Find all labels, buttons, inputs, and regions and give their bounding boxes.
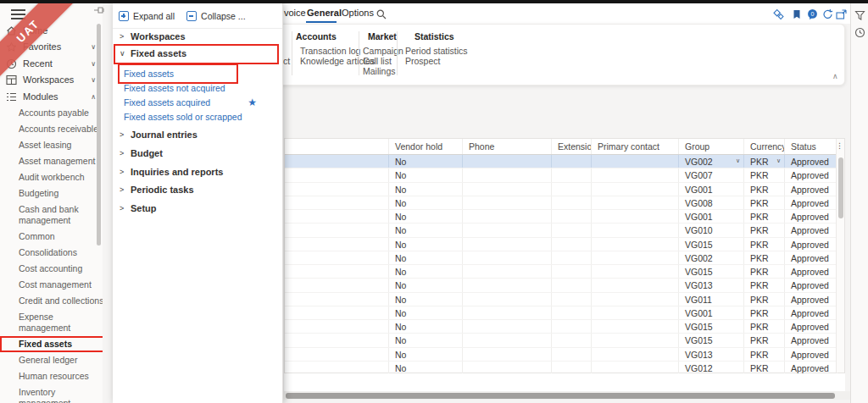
search-icon[interactable] [376, 9, 387, 19]
table-row[interactable]: NoVG001PKRApproved [285, 306, 844, 320]
cell-status[interactable]: Approved [785, 251, 837, 264]
cell-blank[interactable] [285, 224, 389, 236]
sidebar-module-credit-and-collections[interactable]: Credit and collections [0, 293, 103, 309]
cell-blank[interactable] [285, 293, 389, 306]
cell-vendor-hold[interactable]: No [389, 306, 463, 319]
sidebar-module-cash-and-bank-management[interactable]: Cash and bank management [0, 202, 103, 229]
tree-node-journal-entries[interactable]: > Journal entries [113, 128, 282, 141]
dropdown-chevron-icon[interactable]: ∨ [776, 157, 781, 164]
col-header-group[interactable]: Group [679, 139, 744, 154]
cell-primary-contact[interactable] [592, 183, 679, 196]
sidebar-module-expense-management[interactable]: Expense management [0, 309, 103, 336]
table-row[interactable]: NoVG013PKRApproved [285, 348, 844, 362]
cell-currency[interactable]: PKR [744, 320, 785, 333]
cell-status[interactable]: Approved [785, 196, 837, 209]
cell-phone[interactable] [463, 279, 552, 291]
tab-options[interactable]: Options [342, 8, 374, 18]
tree-link-fixed-assets[interactable]: Fixed assets [113, 67, 282, 80]
cell-extension[interactable] [552, 168, 592, 181]
tree-link-fixed-assets-not-acquired[interactable]: Fixed assets not acquired [113, 81, 282, 95]
table-row[interactable]: NoVG010PKRApproved [285, 224, 844, 237]
cell-status[interactable]: Approved [785, 306, 837, 319]
sidebar-module-cost-management[interactable]: Cost management [0, 277, 103, 293]
ribbon-item-call-list[interactable]: Call list [363, 56, 392, 66]
cell-currency[interactable]: PKR [744, 306, 785, 319]
messages-icon[interactable]: 0 [806, 8, 819, 20]
col-header-blank[interactable] [285, 139, 389, 154]
cell-status[interactable]: Approved [785, 362, 837, 374]
cell-currency[interactable]: PKR [744, 334, 785, 346]
table-row[interactable]: NoVG008PKRApproved [285, 196, 844, 210]
cell-status[interactable]: Approved [785, 183, 837, 196]
cell-group[interactable]: VG013 [679, 348, 744, 361]
cell-status[interactable]: Approved [785, 348, 837, 361]
table-row[interactable]: NoVG002∨PKR∨Approved [285, 155, 844, 168]
table-row[interactable]: NoVG013PKRApproved [285, 279, 844, 292]
cell-vendor-hold[interactable]: No [389, 224, 463, 236]
sidebar-item-modules[interactable]: Modules ∧ [0, 89, 103, 104]
pin-icon[interactable] [93, 5, 105, 15]
cell-phone[interactable] [463, 224, 552, 236]
ribbon-item-period-statistics[interactable]: Period statistics [405, 46, 468, 56]
cell-extension[interactable] [552, 210, 592, 223]
cell-phone[interactable] [463, 251, 552, 264]
tree-node-workspaces[interactable]: > Workspaces [113, 30, 282, 43]
cell-phone[interactable] [463, 265, 552, 278]
col-header-status[interactable]: Status [785, 139, 837, 154]
chevron-down-icon[interactable]: ∨ [91, 43, 96, 51]
cell-currency[interactable]: PKR [744, 168, 785, 181]
cell-primary-contact[interactable] [592, 293, 679, 306]
cell-vendor-hold[interactable]: No [389, 238, 463, 251]
cell-primary-contact[interactable] [592, 168, 679, 181]
col-header-vendor-hold[interactable]: Vendor hold [389, 139, 463, 154]
cell-status[interactable]: Approved [785, 334, 837, 346]
cell-vendor-hold[interactable]: No [389, 210, 463, 223]
grid-options-kebab-icon[interactable]: ⋮ [836, 141, 843, 150]
col-header-phone[interactable]: Phone [463, 139, 552, 154]
cell-phone[interactable] [463, 238, 552, 251]
cell-extension[interactable] [552, 306, 592, 319]
cell-currency[interactable]: PKR∨ [744, 155, 785, 168]
tree-node-fixed-assets[interactable]: ∨ Fixed assets [113, 47, 282, 60]
cell-status[interactable]: Approved [785, 224, 837, 236]
cell-blank[interactable] [285, 279, 389, 291]
cell-blank[interactable] [285, 183, 389, 196]
tree-node-periodic-tasks[interactable]: > Periodic tasks [113, 183, 282, 196]
cell-group[interactable]: VG008 [679, 196, 744, 209]
cell-blank[interactable] [285, 362, 389, 374]
tree-link-fixed-assets-sold-or-scrapped[interactable]: Fixed assets sold or scrapped [113, 110, 282, 124]
cell-primary-contact[interactable] [592, 155, 679, 168]
sidebar-item-workspaces[interactable]: Workspaces ∨ [0, 72, 103, 87]
sidebar-module-fixed-assets[interactable]: Fixed assets [0, 336, 103, 352]
chevron-up-icon[interactable]: ∧ [91, 93, 96, 101]
table-row[interactable]: NoVG015PKRApproved [285, 265, 844, 279]
cell-primary-contact[interactable] [592, 224, 679, 236]
cell-group[interactable]: VG002 [679, 251, 744, 264]
cell-primary-contact[interactable] [592, 210, 679, 223]
table-row[interactable]: NoVG007PKRApproved [285, 168, 844, 182]
sidebar-module-consolidations[interactable]: Consolidations [0, 245, 103, 261]
cell-phone[interactable] [463, 334, 552, 346]
sidebar-module-accounts-payable[interactable]: Accounts payable [0, 105, 103, 121]
table-row[interactable]: NoVG011PKRApproved [285, 293, 844, 306]
cell-currency[interactable]: PKR [744, 196, 785, 209]
cell-blank[interactable] [285, 196, 389, 209]
popout-icon[interactable] [835, 8, 848, 20]
cell-primary-contact[interactable] [592, 238, 679, 251]
tab-general[interactable]: General [307, 8, 342, 18]
cell-extension[interactable] [552, 155, 592, 168]
cell-primary-contact[interactable] [592, 306, 679, 319]
sidebar-module-general-ledger[interactable]: General ledger [0, 352, 103, 368]
cell-phone[interactable] [463, 196, 552, 209]
table-row[interactable]: NoVG015PKRApproved [285, 334, 844, 347]
cell-vendor-hold[interactable]: No [389, 196, 463, 209]
cell-status[interactable]: Approved [785, 210, 837, 223]
col-header-extension[interactable]: Extension [552, 139, 592, 154]
cell-currency[interactable]: PKR [744, 293, 785, 306]
collapse-all-button[interactable]: Collapse ... [186, 11, 246, 21]
chevron-down-icon[interactable]: ∨ [91, 76, 96, 84]
horizontal-scrollbar-thumb[interactable] [286, 393, 835, 399]
sidebar-module-asset-management[interactable]: Asset management [0, 153, 103, 169]
cell-group[interactable]: VG002∨ [679, 155, 744, 168]
collapse-ribbon-chevron-icon[interactable]: ∧ [832, 72, 838, 80]
